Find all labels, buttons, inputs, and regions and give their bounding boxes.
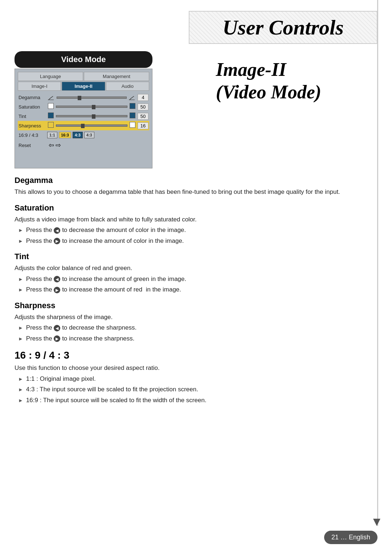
- tint-label: Tint: [19, 114, 46, 119]
- degamma-icon-left: [48, 95, 54, 101]
- degamma-value: 4: [138, 94, 148, 101]
- sharpness-bullet-2: ► Press the ▶ to increase the sharpness.: [18, 334, 377, 343]
- aspect-bullet-1: ► 1:1 : Original image pixel.: [18, 374, 377, 384]
- saturation-label: Saturation: [19, 104, 46, 110]
- aspect-bullet-2: ► 4:3 : The input source will be scaled …: [18, 385, 377, 394]
- degamma-text: This allows to you to choose a degamma t…: [15, 187, 377, 197]
- saturation-slider[interactable]: [56, 106, 127, 108]
- degamma-curve-left-icon: [48, 95, 54, 101]
- osd-row-tint: Tint 50: [18, 111, 149, 121]
- aspect-btn-43-active[interactable]: 4:3: [73, 132, 83, 138]
- saturation-bullet-2-text: Press the ▶ to increase the amount of co…: [26, 236, 184, 246]
- tab-image-ii[interactable]: Image-II: [62, 82, 105, 91]
- aspect-btn-169[interactable]: 16:3: [59, 132, 71, 138]
- left-nav-icon-3: ◀: [54, 325, 60, 331]
- aspect-heading: 16 : 9 / 4 : 3: [15, 350, 377, 361]
- arrow-left-icon[interactable]: ⇦: [49, 141, 54, 149]
- bullet-arrow-icon-9: ►: [18, 397, 23, 404]
- sharpness-value: 16: [138, 122, 148, 129]
- aspect-text: Use this function to choose your desired…: [15, 363, 377, 373]
- osd-row-sharpness: Sharpness 16: [18, 121, 149, 130]
- desc-sharpness: Sharpness Adjusts the sharpness of the i…: [15, 301, 377, 343]
- section-title: Image-II (Video Mode): [216, 58, 321, 104]
- bullet-arrow-icon-8: ►: [18, 386, 23, 393]
- arrow-right-icon[interactable]: ⇨: [56, 141, 61, 149]
- right-border: [377, 0, 378, 526]
- tab-image-i[interactable]: Image-I: [18, 82, 61, 91]
- degamma-slider[interactable]: [57, 97, 127, 99]
- saturation-bullet-2: ► Press the ▶ to increase the amount of …: [18, 236, 377, 246]
- aspect-btn-43[interactable]: 4:3: [84, 132, 94, 138]
- degamma-curve-right-icon: [129, 95, 135, 101]
- aspect-bullet-1-text: 1:1 : Original image pixel.: [26, 374, 96, 384]
- saturation-bullet-1-text: Press the ◀ to decrease the amount of co…: [26, 225, 186, 235]
- aspect-bullet-2-text: 4:3 : The input source will be scaled to…: [26, 385, 198, 394]
- osd-row-saturation: Saturation 50: [18, 102, 149, 111]
- left-nav-icon: ◀: [54, 227, 60, 234]
- title-box: User Controls: [189, 11, 377, 44]
- tint-value: 50: [138, 113, 148, 120]
- sharpness-slider[interactable]: [56, 125, 127, 127]
- scroll-down-arrow-icon[interactable]: [373, 519, 380, 526]
- osd-row-degamma: Degamma 4: [18, 93, 149, 102]
- osd-panel: Video Mode Language Management Image-I I…: [15, 51, 152, 168]
- degamma-icon-right: [129, 95, 135, 101]
- aspect-label: 16:9 / 4:3: [19, 132, 46, 138]
- sharpness-label: Sharpness: [19, 123, 46, 128]
- tint-icon-right: [130, 113, 135, 120]
- section-title-line2: (Video Mode): [216, 81, 321, 103]
- degamma-label: Degamma: [19, 95, 46, 100]
- aspect-bullet-3-text: 16:9 : The input source will be scaled t…: [26, 396, 207, 405]
- bullet-arrow-icon: ►: [18, 227, 23, 234]
- bullet-arrow-icon-7: ►: [18, 375, 23, 383]
- saturation-bullet-1: ► Press the ◀ to decrease the amount of …: [18, 225, 377, 235]
- tint-bullet-2: ► Press the ▶ to increase the amount of …: [18, 285, 377, 294]
- sharpness-heading: Sharpness: [15, 301, 377, 310]
- reset-row: Reset ⇦ ⇨: [18, 140, 149, 151]
- tint-text: Adjusts the color balance of red and gre…: [15, 264, 377, 273]
- page-number: 21 … English: [324, 531, 377, 544]
- sharpness-bullet-1: ► Press the ◀ to decrease the sharpness.: [18, 323, 377, 332]
- tab-audio[interactable]: Audio: [106, 82, 149, 91]
- sharpness-icon-left: [48, 122, 54, 129]
- sharpness-icon-right: [130, 122, 135, 129]
- reset-arrows: ⇦ ⇨: [49, 141, 61, 149]
- tint-slider[interactable]: [56, 115, 127, 117]
- saturation-heading: Saturation: [15, 203, 377, 213]
- tint-bullet-1: ► Press the ◀ to increase the amount of …: [18, 274, 377, 284]
- bullet-arrow-icon-6: ►: [18, 335, 23, 343]
- saturation-icon-right: [130, 103, 135, 110]
- sharpness-bullet-1-text: Press the ◀ to decrease the sharpness.: [26, 323, 136, 332]
- aspect-ratio-row: 16:9 / 4:3 1:1 16:3 4:3 4:3: [18, 130, 149, 140]
- tint-heading: Tint: [15, 252, 377, 261]
- header-area: User Controls: [0, 0, 392, 51]
- osd-tabs-row1: Language Management: [18, 72, 149, 81]
- right-nav-icon-3: ▶: [54, 335, 60, 342]
- descriptions-area: Degamma This allows to you to choose a d…: [0, 168, 392, 426]
- saturation-text: Adjusts a video image from black and whi…: [15, 215, 377, 224]
- desc-degamma: Degamma This allows to you to choose a d…: [15, 176, 377, 197]
- osd-tabs-row2: Image-I Image-II Audio: [18, 82, 149, 91]
- bullet-arrow-icon-5: ►: [18, 324, 23, 332]
- aspect-btn-11[interactable]: 1:1: [47, 132, 57, 138]
- right-nav-icon: ▶: [54, 238, 60, 244]
- tint-icon-left: [48, 113, 54, 120]
- bullet-arrow-icon-4: ►: [18, 286, 23, 294]
- saturation-value: 50: [138, 103, 148, 110]
- tab-management[interactable]: Management: [84, 72, 149, 81]
- desc-saturation: Saturation Adjusts a video image from bl…: [15, 203, 377, 246]
- tab-language[interactable]: Language: [18, 72, 83, 81]
- sharpness-bullet-2-text: Press the ▶ to increase the sharpness.: [26, 334, 135, 343]
- page-title: User Controls: [222, 16, 344, 39]
- reset-label: Reset: [19, 143, 46, 148]
- tint-bullet-1-text: Press the ◀ to increase the amount of gr…: [26, 274, 186, 284]
- aspect-bullet-3: ► 16:9 : The input source will be scaled…: [18, 396, 377, 405]
- saturation-icon-left: [48, 103, 54, 110]
- osd-menu: Language Management Image-I Image-II Aud…: [15, 69, 152, 168]
- sharpness-text: Adjusts the sharpness of the image.: [15, 313, 377, 322]
- bullet-arrow-icon-2: ►: [18, 237, 23, 245]
- desc-tint: Tint Adjusts the color balance of red an…: [15, 252, 377, 294]
- degamma-heading: Degamma: [15, 176, 377, 185]
- left-nav-icon-2: ◀: [54, 276, 60, 282]
- tint-bullet-2-text: Press the ▶ to increase the amount of re…: [26, 285, 181, 294]
